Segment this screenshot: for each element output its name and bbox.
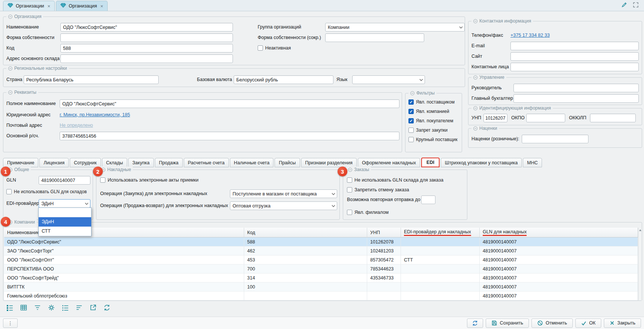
section-tab[interactable]: Сотрудник [70,158,101,167]
contact-persons-input[interactable] [510,63,639,71]
export-icon[interactable] [89,303,98,312]
checkbox-icon[interactable] [408,118,414,123]
save-button[interactable]: Сохранить [486,318,529,328]
collapse-icon[interactable] [8,90,12,95]
edit-icon[interactable] [621,2,627,9]
no-gln-order-checkbox-row[interactable]: Не использовать GLN склада для заказа [347,177,443,183]
forbid-cancel-checkbox-row[interactable]: Запретить отмену заказа [347,186,409,193]
okpo-input[interactable] [526,114,565,122]
table-row[interactable]: ПЕРСПЕКТИВА ООО7007853446234819000140007 [4,264,638,273]
resend-until-input[interactable] [421,195,435,204]
checkbox-icon[interactable] [347,177,352,183]
checklist-icon[interactable] [61,303,70,312]
section-tab[interactable]: Прайсы [275,158,300,167]
checkbox-icon[interactable] [408,109,414,114]
section-tab[interactable]: Закупка [128,158,154,167]
window-tab-organization[interactable]: Организация × [56,1,108,11]
column-header[interactable]: Код [244,228,367,237]
collapse-icon[interactable] [8,66,12,71]
close-tab-icon[interactable]: × [101,3,104,9]
ownership-short-input[interactable] [325,33,424,42]
collapse-icon[interactable] [473,126,477,131]
dropdown-option[interactable]: СТТ [39,227,91,236]
filter-checkbox-row[interactable]: Крупный поставщик [408,136,458,143]
refresh-button[interactable] [467,318,483,328]
legal-address-link[interactable]: г. Минск, пр.Независимости, 185 [60,111,130,119]
column-header[interactable]: УНП [367,228,401,237]
full-name-input[interactable] [60,99,399,108]
inactive-checkbox-row[interactable]: Неактивная [258,45,291,51]
checkbox-icon[interactable] [258,45,263,51]
checkbox-icon[interactable] [408,128,414,133]
ok-button[interactable]: ОК [575,318,601,328]
checkbox-icon[interactable] [408,99,414,105]
dropdown-option[interactable]: ЭДиН [39,217,91,227]
return-operation-select[interactable]: Оптовая отгрузка [230,201,337,210]
okulp-input[interactable] [590,114,636,122]
filter-checkbox-row[interactable]: Запрет закупки [408,127,447,134]
section-tab[interactable]: Продажа [155,158,183,167]
email-input[interactable] [510,42,639,50]
table-scrollbar[interactable] [638,228,642,300]
gear-icon[interactable] [47,303,56,312]
edi-provider-select[interactable]: ЭДиН [39,199,90,208]
column-header[interactable]: GLN для накладных [480,228,638,237]
section-tab[interactable]: Примечание [3,158,38,167]
section-tab[interactable]: Лицензия [39,158,69,167]
cancel-button[interactable]: Отменить [531,318,573,328]
checkbox-icon[interactable] [347,187,352,192]
close-button[interactable]: Закрыть [604,318,641,328]
gln-input[interactable] [39,176,90,185]
checkbox-icon[interactable] [408,137,414,142]
no-gln-warehouses-checkbox-row[interactable]: Не использовать GLN для складов [6,188,87,195]
table-row[interactable]: ЗАО "ЛюксСофтТорг"4621024812034819000140… [4,246,638,255]
is-branch-checkbox-row[interactable]: Явл. филиалом [347,209,389,216]
ownership-input[interactable] [60,33,233,42]
filter-checkbox-row[interactable]: Явл. поставщиком [408,99,455,105]
dropdown-option[interactable] [39,208,91,217]
section-tab[interactable]: Признаки разделения [301,158,357,167]
section-tab[interactable]: МНС [523,158,542,167]
chief-accountant-input[interactable] [513,94,639,103]
warehouse-address-input[interactable] [60,54,233,63]
collapse-icon[interactable] [473,19,477,23]
close-tab-icon[interactable]: × [48,3,51,9]
unp-input[interactable] [483,114,507,122]
refresh-icon[interactable] [102,303,111,312]
main-account-input[interactable] [60,132,399,140]
table-view-icon[interactable] [19,303,28,312]
language-select[interactable] [352,75,425,84]
head-input[interactable] [513,84,639,92]
filter-checkbox-row[interactable]: Явл. компанией [408,108,449,115]
scroll-up-icon[interactable] [639,229,641,231]
collapse-icon[interactable] [473,75,477,80]
phone-link[interactable]: +375 17 334 82 33 [510,31,550,40]
fullscreen-icon[interactable] [633,2,639,9]
section-tab[interactable]: Наличные счета [230,158,274,167]
section-tab[interactable]: Склады [102,158,127,167]
section-tab[interactable]: Оформление накладных [358,158,420,167]
code-input[interactable] [60,44,233,53]
table-row[interactable]: Гомельский облпотребсоюз4819000140007 [4,291,638,300]
checkbox-icon[interactable] [347,210,352,215]
country-input[interactable] [24,75,159,84]
collapse-icon[interactable] [348,168,352,172]
sort-lines-icon[interactable] [75,303,84,312]
checkbox-icon[interactable] [100,177,105,183]
table-row[interactable]: ООО "ЛюксСофтТрейд"314435346733481900014… [4,273,638,282]
org-group-select[interactable]: Компании [325,23,465,32]
menu-button[interactable]: ⋮ [3,318,18,328]
table-row[interactable]: ОДО "ЛюксСофтСервис"58810126207848190001… [4,237,638,246]
retail-markup-input[interactable] [522,135,588,143]
view-list-icon[interactable] [5,303,14,312]
collapse-icon[interactable] [473,106,477,110]
site-input[interactable] [510,52,639,61]
filter-checkbox-row[interactable]: Явл. покупателем [408,117,453,124]
purchase-operation-select[interactable]: Поступление в магазин от поставщика [230,189,337,198]
collapse-icon[interactable] [8,15,12,19]
currency-input[interactable] [234,75,333,84]
table-row[interactable]: ВИТГТК1004819000140007 [4,282,638,291]
section-tab[interactable]: Штрихкод упаковки у поставщика [441,158,522,167]
filter-icon[interactable] [33,303,42,312]
electronic-acts-checkbox-row[interactable]: Использовать электронные акты приемки [100,177,198,183]
